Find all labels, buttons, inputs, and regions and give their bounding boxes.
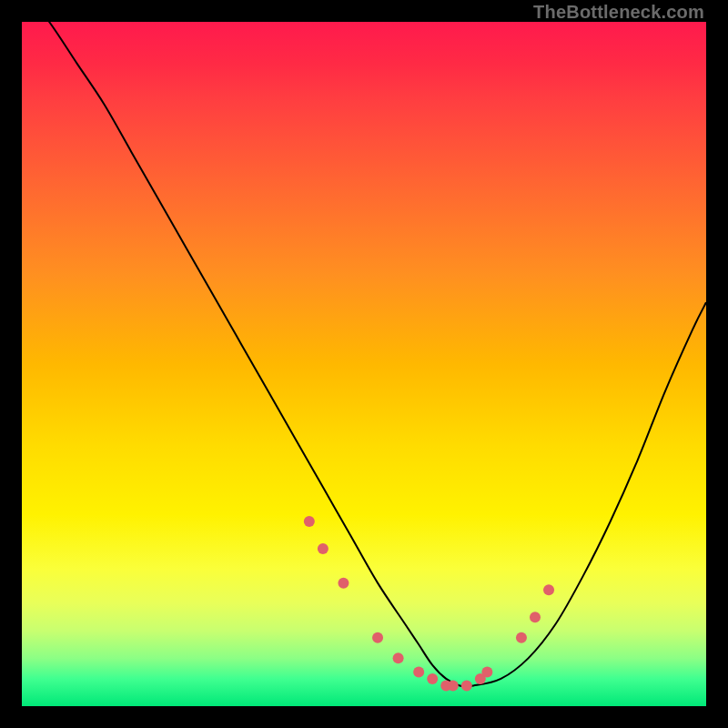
highlight-point xyxy=(530,612,541,622)
highlight-point xyxy=(372,632,383,643)
plot-area xyxy=(22,22,706,706)
chart-frame xyxy=(22,22,706,706)
chart-svg xyxy=(22,22,706,706)
highlight-point xyxy=(543,584,554,595)
highlight-point xyxy=(338,578,349,589)
attribution-text: TheBottleneck.com xyxy=(533,2,704,23)
highlight-point xyxy=(427,673,438,684)
highlight-point xyxy=(461,680,472,691)
highlight-point xyxy=(413,666,424,677)
highlight-point xyxy=(448,680,459,691)
highlight-point xyxy=(318,543,329,554)
highlight-point xyxy=(516,632,527,643)
highlight-point xyxy=(304,516,315,527)
bottleneck-curve xyxy=(22,22,706,686)
highlight-point xyxy=(393,652,404,663)
marker-layer xyxy=(304,516,554,691)
curve-layer xyxy=(22,22,706,686)
highlight-point xyxy=(481,666,492,677)
